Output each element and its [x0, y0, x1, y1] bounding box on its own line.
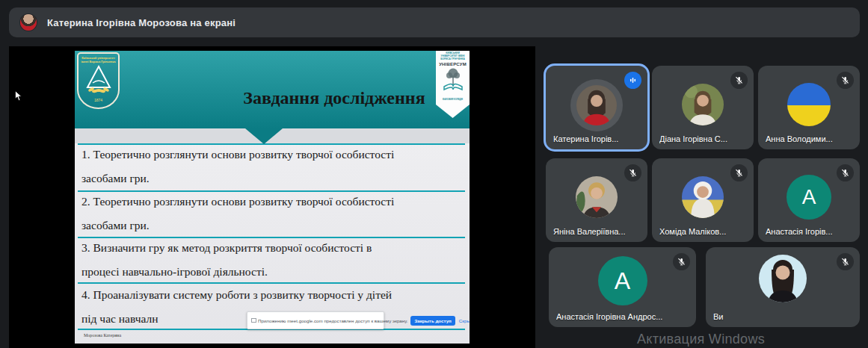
- task-item-text: 4. Проаналізувати систему роботи з розви…: [81, 288, 459, 302]
- task-item-text: засобами гри.: [81, 219, 459, 232]
- shield-emblem-icon: [84, 64, 114, 94]
- participant-name: Катерина Ігорів...: [553, 134, 641, 143]
- participant-name: Ви: [713, 312, 854, 321]
- presenter-avatar: [20, 14, 37, 31]
- slide-arrow-decoration: [245, 128, 283, 144]
- slide-rule: [78, 190, 465, 192]
- mic-muted-icon: [837, 164, 854, 181]
- avatar: [576, 85, 617, 125]
- avatar: [759, 255, 807, 302]
- presenting-banner: Катерина Ігорівна Морозова на екрані: [9, 7, 860, 37]
- universum-emblem-univ-text: КИЇВСЬКИЙ УНІВЕРСИТЕТ ІМЕНІ БОРИСА ГРІНЧ…: [436, 51, 470, 60]
- hide-notification-link[interactable]: Скрыть: [459, 318, 470, 323]
- participant-tile-anastasiia-2[interactable]: А Анастасія Ігорівна Андрос...: [549, 247, 696, 327]
- universum-emblem: КИЇВСЬКИЙ УНІВЕРСИТЕТ ІМЕНІ БОРИСА ГРІНЧ…: [436, 51, 470, 118]
- tree-book-icon: [442, 66, 464, 95]
- screen-share-region: Київський університет імені Бориса Грінч…: [9, 46, 535, 348]
- screen-share-notification: Приложению meet.google.com предоставлен …: [247, 311, 384, 329]
- participant-name: Анна Володими...: [766, 134, 854, 143]
- mic-muted-icon: [673, 253, 690, 270]
- participant-name: Діана Ігорівна С...: [659, 134, 748, 143]
- participant-name: Хоміда Маліков...: [659, 227, 748, 236]
- task-item-text: процесі навчально-ігрової діяльності.: [81, 265, 459, 279]
- slide-rule: [78, 282, 465, 284]
- initial-avatar: А: [787, 175, 831, 220]
- ukraine-flag-avatar: [787, 83, 831, 126]
- mic-muted-icon: [730, 164, 748, 181]
- mic-muted-icon: [837, 253, 854, 270]
- participant-name: Анастасія Ігорівна Андрос...: [556, 312, 690, 321]
- task-item-text: 1. Теоретично розглянути основи розвитку…: [81, 148, 459, 161]
- stop-sharing-button[interactable]: Закрыть доступ: [410, 316, 455, 326]
- share-icon: [251, 318, 256, 323]
- audio-halo: [570, 79, 623, 131]
- mic-muted-icon: [730, 72, 748, 89]
- mic-muted-icon: [624, 164, 641, 181]
- speaking-indicator-icon: [624, 72, 641, 89]
- mouse-cursor-icon: [13, 90, 23, 103]
- meet-window: Катерина Ігорівна Морозова на екрані Киї…: [0, 0, 868, 348]
- task-item-text: 2. Теоретично розглянути основи розвитку…: [81, 195, 459, 208]
- participant-tile-anastasiia-1[interactable]: А Анастасія Ігорів...: [758, 158, 860, 242]
- task-item-text: 3. Визначити гру як метод розкриття твор…: [81, 241, 459, 255]
- avatar: [682, 176, 724, 218]
- presenting-banner-label: Катерина Ігорівна Морозова на екрані: [47, 17, 236, 28]
- avatar: [576, 176, 618, 218]
- participant-tile-kateryna[interactable]: Катерина Ігорів...: [546, 66, 647, 149]
- participant-tile-you[interactable]: Ви: [706, 247, 860, 327]
- windows-activation-watermark: Активация Windows: [637, 332, 765, 347]
- university-shield-logo: Київський університет імені Бориса Грінч…: [77, 52, 120, 109]
- slide-author: Морозова Катерина: [84, 333, 121, 338]
- mic-muted-icon: [837, 72, 854, 89]
- participant-tile-anna[interactable]: Анна Володими...: [758, 66, 860, 149]
- initial-avatar: А: [598, 256, 647, 305]
- shield-year: 1874: [79, 98, 118, 102]
- slide-rule: [78, 237, 465, 238]
- participant-name: Анастасія Ігорів...: [766, 227, 854, 236]
- task-item-text: засобами гри.: [81, 172, 459, 185]
- universum-emblem-subtext: ФАХОВИЙ КОЛЕДЖ: [436, 98, 470, 101]
- participant-tile-yanina[interactable]: Яніна Валеріївна...: [546, 158, 647, 242]
- participant-tile-diana[interactable]: Діана Ігорівна С...: [652, 66, 754, 149]
- avatar: [682, 84, 724, 125]
- shield-logo-text: Київський університет імені Бориса Грінч…: [79, 54, 118, 63]
- presentation-slide: Київський університет імені Бориса Грінч…: [75, 51, 470, 344]
- participant-name: Яніна Валеріївна...: [553, 227, 641, 236]
- participant-tile-khomida[interactable]: Хоміда Маліков...: [652, 158, 754, 242]
- slide-title: Завдання дослідження: [202, 88, 467, 108]
- share-notification-message: Приложению meet.google.com предоставлен …: [258, 318, 407, 323]
